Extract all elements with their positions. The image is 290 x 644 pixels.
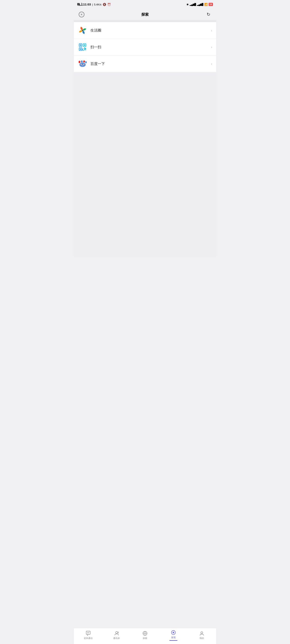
svg-rect-5 [80,44,81,46]
svg-rect-10 [84,50,86,50]
alarm-icon: ⏰ [107,3,111,6]
status-bar: 晚上11:03 | 5.4K/s 🔇 ⏰ ✱ ▂▄▆█ ▂▄▆█ 📶 16 [74,0,216,9]
menu-item-baidu[interactable]: 百度一下 › [74,56,216,72]
scan-label: 扫一扫 [90,45,211,50]
svg-point-14 [81,60,83,62]
nav-bar: ✕ 探索 ↻ [74,9,216,20]
baidu-label: 百度一下 [90,62,211,66]
page-title: 探索 [141,12,149,17]
chevron-right-icon: › [211,28,212,32]
signal2-icon: ▂▄▆█ [197,3,203,6]
scan-icon [78,42,87,52]
content-area [74,72,216,257]
svg-rect-9 [84,49,85,49]
svg-point-13 [79,61,80,63]
signal-icon: ▂▄▆█ [190,3,196,6]
menu-item-scan[interactable]: 扫一扫 › [74,39,216,56]
svg-point-15 [83,60,85,62]
menu-item-life-circle[interactable]: 生活圈 › [74,22,216,39]
battery-icon: 16 [209,3,213,6]
svg-rect-6 [84,44,85,46]
top-separator [74,20,216,22]
svg-rect-7 [80,48,81,50]
svg-point-16 [85,61,87,64]
wifi-icon: 📶 [204,3,208,6]
svg-marker-12 [82,48,83,50]
menu-list: 生活圈 › [74,22,216,72]
refresh-button[interactable]: ↻ [205,11,212,18]
svg-point-17 [80,62,86,67]
refresh-icon: ↻ [207,12,210,17]
svg-point-20 [81,64,82,65]
baidu-icon [78,59,87,68]
status-icons: ✱ ▂▄▆█ ▂▄▆█ 📶 16 [186,3,213,6]
close-circle-icon: ✕ [79,12,84,17]
status-time: 晚上11:03 | 5.4K/s 🔇 ⏰ [77,2,111,6]
close-button[interactable]: ✕ [78,11,85,18]
svg-point-21 [84,64,84,65]
life-circle-label: 生活圈 [90,28,211,33]
svg-point-1 [82,30,83,31]
life-circle-icon [78,26,87,35]
mic-off-icon: 🔇 [103,3,106,6]
chevron-right-icon-2: › [211,45,212,49]
chevron-right-icon-3: › [211,62,212,66]
bluetooth-icon: ✱ [186,3,189,6]
